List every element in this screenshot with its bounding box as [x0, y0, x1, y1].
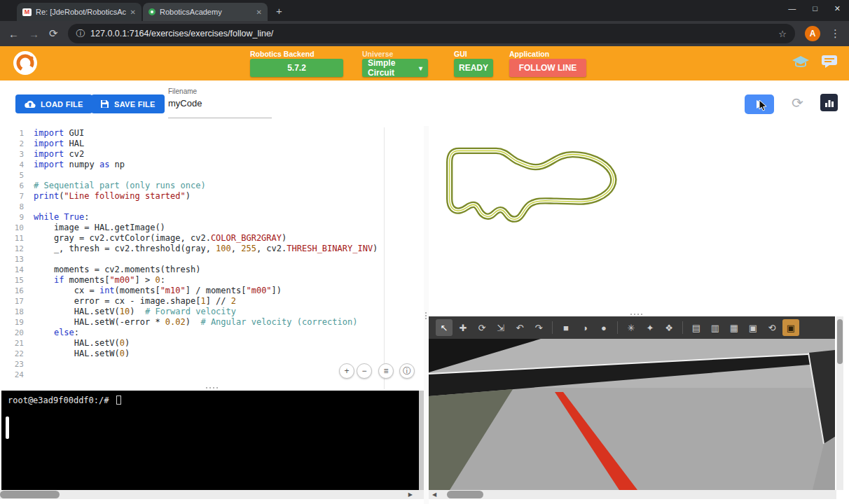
- zoom-out-button[interactable]: −: [357, 363, 372, 379]
- select-tool-icon[interactable]: ↖: [436, 319, 453, 336]
- scale-tool-icon[interactable]: ⇲: [492, 319, 509, 336]
- right-pane-hscrollbar[interactable]: ◀: [429, 490, 836, 499]
- code-line[interactable]: 9while True:: [6, 212, 424, 223]
- filename-input[interactable]: [168, 98, 272, 108]
- line-number: 22: [6, 349, 34, 359]
- maximize-icon[interactable]: □: [813, 4, 817, 13]
- align-icon[interactable]: ▦: [726, 319, 743, 336]
- copy-icon[interactable]: ▤: [688, 319, 705, 336]
- track-outline: [437, 134, 619, 225]
- save-file-button[interactable]: SAVE FILE: [91, 94, 165, 113]
- code-line[interactable]: 17 error = cx - image.shape[1] // 2: [6, 296, 424, 307]
- app-header: Robotics Backend5.7.2UniverseSimple Circ…: [0, 46, 849, 80]
- backend-version-button[interactable]: 5.7.2: [250, 59, 343, 77]
- reload-icon[interactable]: ⟳: [49, 27, 58, 40]
- code-line[interactable]: 22 HAL.setW(0): [6, 349, 424, 359]
- paste-icon[interactable]: ▥: [707, 319, 724, 336]
- browser-menu-icon[interactable]: ⋮: [830, 27, 841, 40]
- gazebo-vscrollbar[interactable]: [836, 316, 843, 490]
- code-line[interactable]: 21 HAL.setV(0): [6, 338, 424, 349]
- info-button[interactable]: ⓘ: [399, 363, 415, 379]
- bookmark-star-icon[interactable]: ☆: [778, 29, 787, 39]
- box-shape-icon[interactable]: ■: [558, 319, 574, 336]
- back-icon[interactable]: ←: [8, 28, 19, 40]
- run-code-button[interactable]: [745, 94, 774, 114]
- stats-button[interactable]: [820, 94, 838, 111]
- directional-light-icon[interactable]: ❖: [661, 319, 677, 336]
- redo-icon[interactable]: ↷: [530, 319, 547, 336]
- reset-simulation-button[interactable]: ⟳: [792, 94, 803, 111]
- code-line[interactable]: 12 _, thresh = cv2.threshold(gray, 100, …: [6, 244, 424, 254]
- code-line[interactable]: 5: [6, 170, 424, 181]
- undo-icon[interactable]: ↶: [511, 319, 528, 336]
- line-number: 5: [6, 170, 34, 181]
- code-line[interactable]: 7print("Line following started"): [6, 191, 424, 202]
- format-code-button[interactable]: ≡: [378, 363, 394, 379]
- application-name-button[interactable]: FOLLOW LINE: [509, 59, 586, 77]
- code-line[interactable]: 3import cv2: [6, 149, 424, 160]
- browser-window: MRe: [JdeRobot/RoboticsAcadem✕RoboticsAc…: [0, 0, 849, 504]
- scroll-right-icon[interactable]: ▶: [408, 491, 413, 498]
- view-reset-icon[interactable]: ⟲: [764, 319, 780, 336]
- code-editor[interactable]: 1import GUI2import HAL3import cv24import…: [6, 127, 424, 389]
- horizontal-splitter[interactable]: [0, 386, 424, 390]
- site-info-icon[interactable]: ⓘ: [76, 28, 85, 40]
- line-number: 16: [6, 286, 34, 296]
- spot-light-icon[interactable]: ✦: [642, 319, 658, 336]
- line-number: 18: [6, 307, 34, 317]
- rotate-tool-icon[interactable]: ⟳: [474, 319, 490, 336]
- universe-select[interactable]: Simple Circuit▾: [362, 59, 428, 77]
- sphere-shape-icon[interactable]: ◑: [577, 319, 593, 336]
- left-pane-hscrollbar[interactable]: ▶: [0, 490, 424, 499]
- url-input[interactable]: ⓘ 127.0.0.1:7164/exercises/exercises/fol…: [68, 24, 795, 43]
- code-line[interactable]: 16 cx = int(moments["m10"] / moments["m0…: [6, 286, 424, 296]
- tab-close-icon[interactable]: ✕: [130, 8, 136, 16]
- terminal[interactable]: root@e3ad9f00ddf0:/#: [1, 391, 419, 490]
- browser-tab[interactable]: MRe: [JdeRobot/RoboticsAcadem✕: [17, 3, 142, 21]
- forward-icon[interactable]: →: [29, 28, 39, 40]
- academy-icon[interactable]: [792, 55, 810, 71]
- load-file-button[interactable]: LOAD FILE: [15, 94, 92, 113]
- code-line[interactable]: 4import numpy as np: [6, 160, 424, 170]
- site-icon: [149, 8, 156, 15]
- code-line[interactable]: 8: [6, 202, 424, 212]
- circuit-map-canvas: [429, 127, 844, 313]
- cylinder-shape-icon[interactable]: ●: [595, 319, 612, 336]
- scroll-left-icon[interactable]: ◀: [432, 491, 436, 498]
- code-line[interactable]: 15 if moments["m00"] > 0:: [6, 275, 424, 286]
- code-line[interactable]: 19 HAL.setW(-error * 0.02) # Angular vel…: [6, 317, 424, 328]
- code-line[interactable]: 20 else:: [6, 328, 424, 338]
- new-tab-button[interactable]: +: [276, 5, 282, 17]
- browser-tab[interactable]: RoboticsAcademy✕: [143, 3, 268, 21]
- file-toolbar: LOAD FILE SAVE FILE Filename ⟳: [0, 80, 849, 126]
- code-text: HAL.setV(0): [34, 338, 130, 349]
- capture-icon[interactable]: ▣: [782, 319, 799, 336]
- tab-close-icon[interactable]: ✕: [256, 8, 262, 16]
- translate-tool-icon[interactable]: ✚: [455, 319, 471, 336]
- line-number: 24: [6, 370, 34, 380]
- toolbar-separator: [552, 321, 553, 334]
- code-line[interactable]: 18 HAL.setV(10) # Forward velocity: [6, 307, 424, 317]
- terminal-scrollbar-track[interactable]: [419, 391, 424, 490]
- code-line[interactable]: 13: [6, 254, 424, 265]
- minimize-icon[interactable]: —: [788, 4, 796, 13]
- line-number: 8: [6, 202, 34, 212]
- vertical-splitter[interactable]: [424, 126, 429, 504]
- forum-chat-icon[interactable]: [821, 55, 838, 71]
- save-icon: [100, 99, 109, 108]
- code-line[interactable]: 1import GUI: [6, 128, 424, 139]
- point-light-icon[interactable]: ✳: [623, 319, 640, 336]
- code-text: import HAL: [34, 139, 84, 149]
- zoom-in-button[interactable]: +: [339, 363, 354, 379]
- snap-icon[interactable]: ▣: [745, 319, 761, 336]
- code-line[interactable]: 11 gray = cv2.cvtColor(image, cv2.COLOR_…: [6, 233, 424, 244]
- close-window-icon[interactable]: ✕: [834, 4, 841, 13]
- code-line[interactable]: 14 moments = cv2.moments(thresh): [6, 265, 424, 275]
- profile-avatar[interactable]: A: [805, 26, 820, 41]
- terminal-scrollbar-thumb[interactable]: [6, 416, 9, 439]
- line-number: 10: [6, 223, 34, 233]
- code-line[interactable]: 2import HAL: [6, 139, 424, 149]
- code-line[interactable]: 10 image = HAL.getImage(): [6, 223, 424, 233]
- gazebo-3d-view[interactable]: ◂: [429, 339, 835, 490]
- code-line[interactable]: 6# Sequential part (only runs once): [6, 181, 424, 191]
